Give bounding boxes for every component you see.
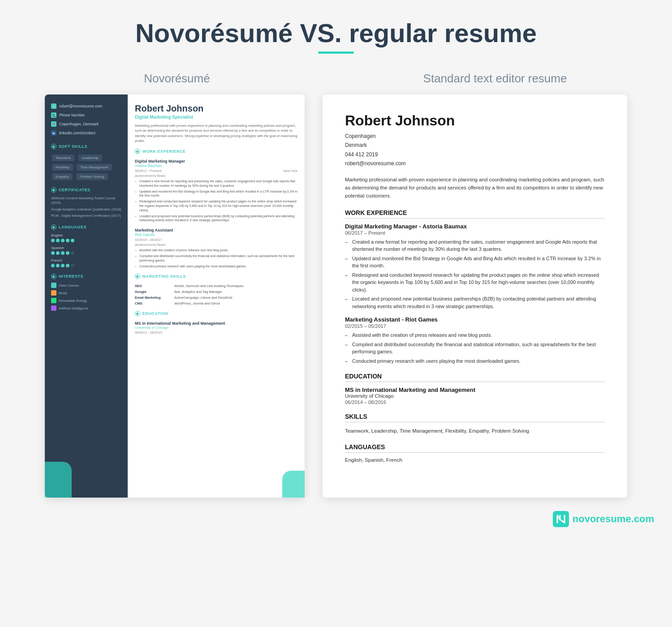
skill-tag-leadership: Leadership bbox=[78, 155, 102, 161]
novo-phone: Phone Number bbox=[59, 113, 85, 117]
std-job-2-bullet-2: Compiled and distributed successfully th… bbox=[345, 341, 605, 356]
novo-job-2: Marketing Assistant Riot Games 02/2015 -… bbox=[135, 228, 297, 268]
skill-tag-flexibility: Flexibility bbox=[52, 164, 73, 171]
std-education-title: EDUCATION bbox=[345, 373, 605, 382]
novo-job-1-meta: 06/2017 - Present New York bbox=[135, 169, 297, 173]
std-work-title: WORK EXPERIENCE bbox=[345, 209, 605, 219]
dot5 bbox=[71, 264, 74, 267]
std-languages: English, Spanish, French bbox=[345, 457, 605, 463]
skill-seo-value: Ahrefs, Semrush and Link-building Techni… bbox=[174, 284, 244, 288]
std-phone: 044 412 2019 bbox=[345, 150, 605, 159]
music-icon bbox=[51, 290, 56, 296]
novo-job-1: Digital Marketing Manager Astoria Baumax… bbox=[135, 159, 297, 223]
lang-spanish: Spanish bbox=[51, 246, 121, 255]
skill-seo-label: SEO bbox=[135, 284, 171, 288]
soft-skills-title: ◆ SOFT SKILLS bbox=[51, 144, 121, 149]
novo-location: Copenhagen, Denmark bbox=[59, 122, 99, 126]
skill-google-label: Google bbox=[135, 290, 171, 294]
std-edu-1: MS in International Marketing and Manage… bbox=[345, 387, 605, 405]
skill-email-value: ActiveCampaign, Litmus and SendGrid bbox=[174, 296, 232, 300]
cert-3: PCM - Digital Management Certification (… bbox=[51, 214, 121, 218]
std-job-1-bullet-4: Located and proposed new potential busin… bbox=[345, 295, 605, 310]
teal-shape-right-novo bbox=[282, 471, 305, 498]
footer-brand-name: novoresume bbox=[573, 513, 631, 524]
novo-job-1-bullet-2: Updated and monitored the Bid Strategy i… bbox=[135, 189, 297, 198]
skill-tag-teamwork: Teamwork bbox=[52, 155, 74, 161]
std-languages-title: LANGUAGES bbox=[345, 443, 605, 453]
linkedin-icon: in bbox=[51, 130, 56, 136]
novo-summary: Marketing professional with proven exper… bbox=[135, 123, 297, 143]
novo-linkedin: linkedin.com/in/robert bbox=[59, 131, 95, 135]
interests-title: ◆ INTERESTS bbox=[51, 274, 121, 279]
dot3 bbox=[61, 264, 65, 267]
skill-tag-empathy: Empathy bbox=[52, 173, 73, 180]
novo-linkedin-item: in linkedin.com/in/robert bbox=[51, 130, 121, 136]
std-edu-1-dates: 06/2014 – 08/2016 bbox=[345, 399, 605, 405]
novo-work-section-title: ◆ WORK EXPERIENCE bbox=[135, 149, 297, 155]
std-skills: Teamwork, Leadership, Time Management, F… bbox=[345, 427, 605, 435]
interests-icon: ◆ bbox=[51, 274, 56, 279]
novo-edu-1-school: University of Chicago bbox=[135, 326, 297, 330]
novo-job-1-bullet-3: Redesigned and conducted keyword researc… bbox=[135, 199, 297, 212]
novo-job-1-achievements-label: Achievements/Tasks bbox=[135, 174, 297, 178]
footer-brand-domain: .com bbox=[631, 513, 654, 524]
std-job-1-bullet-1: Created a new format for reporting and p… bbox=[345, 238, 605, 253]
novo-job-2-company: Riot Games bbox=[135, 232, 297, 237]
std-summary: Marketing professional with proven exper… bbox=[345, 176, 605, 200]
title-underline bbox=[318, 52, 354, 54]
lang-french: French bbox=[51, 258, 121, 267]
novo-job-1-company: Astoria Baumax bbox=[135, 163, 297, 168]
novoresume-card: ✉ robert@novoresume.com 📞 Phone Number 📍… bbox=[45, 94, 305, 498]
teal-shape-left bbox=[45, 462, 72, 498]
novo-sidebar: ✉ robert@novoresume.com 📞 Phone Number 📍… bbox=[45, 94, 128, 498]
novo-main: Robert Johnson Digital Marketing Special… bbox=[128, 94, 305, 498]
dot1 bbox=[51, 239, 55, 242]
dot1 bbox=[51, 264, 55, 267]
novo-job-1-bullet-4: Located and proposed new potential busin… bbox=[135, 214, 297, 223]
novo-marketing-skills-title: ◆ MARKETING SKILLS bbox=[135, 274, 297, 280]
novo-marketing-skills-table: SEO Ahrefs, Semrush and Link-building Te… bbox=[135, 284, 297, 305]
std-city: Copenhagen bbox=[345, 132, 605, 141]
interest-renewable: Renewable Energy bbox=[51, 298, 121, 303]
dot3 bbox=[61, 251, 65, 255]
novo-job-2-meta: 02/2015 - 06/2017 bbox=[135, 238, 297, 242]
novo-job-1-title: Digital Marketing Manager bbox=[135, 159, 297, 163]
std-job-2-date: 02/2015 – 05/2017 bbox=[345, 323, 605, 329]
dot5 bbox=[71, 251, 74, 255]
std-edu-1-school: University of Chicago bbox=[345, 393, 605, 399]
novo-name: Robert Johnson bbox=[135, 103, 297, 114]
std-job-1-bullet-3: Redesigned and conducted keyword researc… bbox=[345, 271, 605, 294]
novo-contact-section: ✉ robert@novoresume.com 📞 Phone Number 📍… bbox=[51, 103, 121, 136]
location-icon: 📍 bbox=[51, 121, 56, 127]
skill-cms-value: WordPress, Joomla and Ghost bbox=[174, 301, 220, 305]
std-job-2-bullet-1: Assisted with the creation of press rele… bbox=[345, 331, 605, 339]
std-contact: Copenhagen Denmark 044 412 2019 robert@n… bbox=[345, 132, 605, 168]
lang-english: English bbox=[51, 233, 121, 242]
skill-tag-problem-solving: Problem Solving bbox=[76, 173, 108, 180]
novo-job-2-title: Marketing Assistant bbox=[135, 228, 297, 232]
skill-tag-time-mgmt: Time Management bbox=[77, 164, 112, 171]
std-job-1: Digital Marketing Manager - Astoria Baum… bbox=[345, 223, 605, 310]
std-country: Denmark bbox=[345, 141, 605, 150]
novo-phone-item: 📞 Phone Number bbox=[51, 112, 121, 118]
left-header: Novorésumé bbox=[18, 72, 336, 86]
novo-job-2-achievements-label: Achievements/Tasks bbox=[135, 243, 297, 247]
footer-brand: novoresume.com bbox=[573, 513, 654, 525]
videogames-icon bbox=[51, 283, 56, 288]
novo-job-2-bullet-1: Assisted with the creation of press rele… bbox=[135, 248, 297, 253]
novo-job-2-bullet-3: Conducted primary research with users pl… bbox=[135, 264, 297, 269]
std-skills-title: SKILLS bbox=[345, 413, 605, 422]
footer-logo: novoresume.com bbox=[553, 511, 654, 527]
renewable-icon bbox=[51, 298, 56, 303]
dot4 bbox=[66, 239, 69, 242]
cert-2: Google Analytics Individual Qualificatio… bbox=[51, 207, 121, 212]
certificates-icon: ◆ bbox=[51, 187, 56, 193]
dot2 bbox=[56, 251, 60, 255]
novo-edu-1: MS in International Marketing and Manage… bbox=[135, 321, 297, 335]
novo-job-2-bullet-2: Compiled and distributed successfully th… bbox=[135, 254, 297, 263]
skill-google-value: Ads, Analytics and Tag Manager bbox=[174, 290, 222, 294]
novo-email-item: ✉ robert@novoresume.com bbox=[51, 103, 121, 109]
std-edu-1-degree: MS in International Marketing and Manage… bbox=[345, 387, 605, 393]
interest-ai: Artificial Intelligence bbox=[51, 305, 121, 311]
dot3 bbox=[61, 239, 65, 242]
